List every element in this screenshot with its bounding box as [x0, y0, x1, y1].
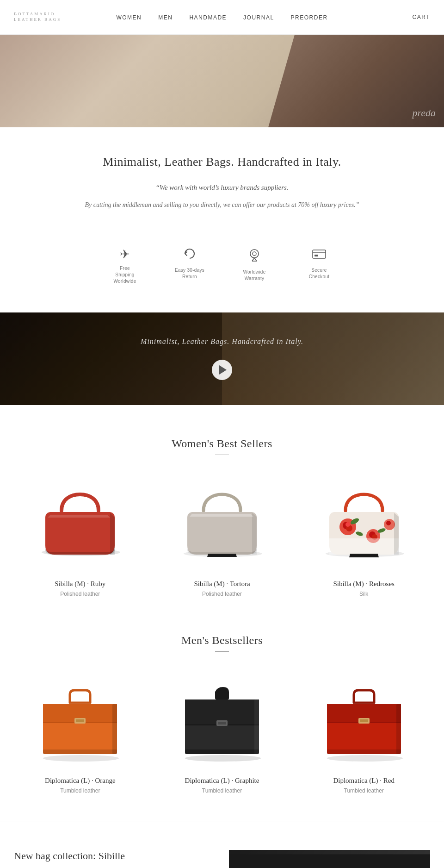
product-material-ruby: Polished leather	[60, 591, 100, 597]
svg-line-3	[254, 258, 257, 261]
product-image-ruby	[14, 478, 147, 571]
preorder-image	[229, 850, 430, 868]
svg-rect-42	[360, 719, 368, 722]
svg-point-14	[345, 522, 350, 527]
checkout-icon	[312, 247, 327, 263]
feature-warranty-label: WorldwideWarranty	[243, 269, 265, 282]
product-name-graphite: Diplomatica (L) · Graphite	[185, 777, 259, 785]
video-content: Minimalist, Leather Bags. Handcrafted in…	[141, 337, 303, 380]
mens-title: Men's Bestsellers	[14, 634, 430, 647]
feature-return-label: Easy 30-daysReturn	[175, 267, 204, 280]
play-button[interactable]	[212, 360, 232, 380]
svg-point-19	[386, 521, 391, 525]
product-image-red	[297, 675, 430, 768]
womens-title: Women's Best Sellers	[14, 437, 430, 450]
product-name-red: Diplomatica (L) · Red	[333, 777, 394, 785]
product-material-graphite: Tumbled leather	[202, 787, 242, 794]
product-image-redroses	[297, 478, 430, 571]
product-image-graphite	[156, 675, 289, 768]
svg-rect-30	[43, 749, 117, 754]
svg-rect-37	[185, 749, 259, 754]
product-name-redroses: Sibilla (M) · Redroses	[333, 580, 395, 588]
product-material-orange: Tumbled leather	[60, 787, 100, 794]
svg-rect-29	[112, 704, 117, 754]
tagline-section: Minimalist, Leather Bags. Handcrafted in…	[0, 127, 444, 229]
svg-point-1	[253, 252, 256, 256]
logo[interactable]: bottamario LEATHER BAGS	[14, 12, 61, 22]
nav-preorder[interactable]: PREORDER	[291, 14, 328, 21]
product-image-orange	[14, 675, 147, 768]
svg-rect-36	[254, 699, 259, 754]
tagline-quote1: “We work with world’s luxury brands supp…	[97, 182, 347, 194]
mens-divider	[215, 651, 229, 652]
return-icon	[182, 247, 197, 263]
tagline-main: Minimalist, Leather Bags. Handcrafted in…	[37, 155, 407, 169]
womens-grid: Sibilla (M) · Ruby Polished leather	[14, 478, 430, 597]
logo-line1: bottamario	[14, 12, 61, 17]
product-material-red: Tumbled leather	[344, 787, 384, 794]
nav-cart[interactable]: CART	[413, 14, 430, 20]
feature-shipping: ✈ FreeShippingWorldwide	[104, 247, 146, 285]
product-diplomatica-graphite[interactable]: Diplomatica (L) · Graphite Tumbled leath…	[156, 675, 289, 794]
svg-rect-45	[229, 855, 430, 868]
hero-banner: preda	[0, 35, 444, 127]
svg-rect-28	[76, 719, 84, 722]
nav-handmade[interactable]: HANDMADE	[189, 14, 227, 21]
svg-rect-43	[396, 704, 401, 754]
logo-line2: LEATHER BAGS	[14, 17, 61, 23]
womens-divider	[215, 455, 229, 455]
hero-watermark: preda	[412, 107, 436, 119]
video-banner: Minimalist, Leather Bags. Handcrafted in…	[0, 312, 444, 405]
feature-return: Easy 30-daysReturn	[169, 247, 210, 285]
product-sibilla-redroses[interactable]: Sibilla (M) · Redroses Silk	[297, 478, 430, 597]
video-banner-text: Minimalist, Leather Bags. Handcrafted in…	[141, 337, 303, 346]
svg-point-0	[250, 250, 259, 258]
mens-grid: Diplomatica (L) · Orange Tumbled leather	[14, 675, 430, 794]
svg-rect-5	[313, 250, 326, 258]
svg-rect-7	[314, 255, 318, 256]
airplane-icon: ✈	[120, 247, 130, 262]
features-bar: ✈ FreeShippingWorldwide Easy 30-daysRetu…	[0, 229, 444, 312]
product-sibilla-tortora[interactable]: Sibilla (M) · Tortora Polished leather	[156, 478, 289, 597]
svg-point-31	[185, 755, 261, 762]
product-image-tortora	[156, 478, 289, 571]
womens-section: Women's Best Sellers	[0, 405, 444, 625]
nav-women[interactable]: WOMEN	[116, 14, 142, 21]
feature-checkout-label: SecureCheckout	[309, 267, 330, 280]
product-name-tortora: Sibilla (M) · Tortora	[194, 580, 250, 588]
product-name-ruby: Sibilla (M) · Ruby	[55, 580, 105, 588]
mens-section: Men's Bestsellers	[0, 625, 444, 822]
tagline-quote2: By cutting the middleman and selling to …	[83, 200, 361, 211]
preorder-section: New bag collection: Sibille Pre-order no…	[0, 822, 444, 868]
product-diplomatica-red[interactable]: Diplomatica (L) · Red Tumbled leather	[297, 675, 430, 794]
product-diplomatica-orange[interactable]: Diplomatica (L) · Orange Tumbled leather	[14, 675, 147, 794]
feature-warranty: WorldwideWarranty	[234, 247, 275, 285]
preorder-title: New bag collection: Sibille	[14, 850, 215, 862]
preorder-text: New bag collection: Sibille Pre-order no…	[14, 850, 229, 868]
svg-rect-35	[218, 722, 226, 724]
warranty-icon	[247, 247, 262, 265]
product-material-redroses: Silk	[359, 591, 368, 597]
nav-men[interactable]: MEN	[158, 14, 173, 21]
product-sibilla-ruby[interactable]: Sibilla (M) · Ruby Polished leather	[14, 478, 147, 597]
nav-links: WOMEN MEN HANDMADE JOURNAL PREORDER	[116, 13, 327, 21]
product-material-tortora: Polished leather	[202, 591, 242, 597]
product-name-orange: Diplomatica (L) · Orange	[45, 777, 115, 785]
feature-checkout: SecureCheckout	[298, 247, 340, 285]
svg-line-2	[252, 258, 254, 261]
svg-rect-44	[327, 749, 401, 754]
navigation: bottamario LEATHER BAGS WOMEN MEN HANDMA…	[0, 0, 444, 35]
svg-point-24	[43, 755, 119, 762]
svg-rect-23	[329, 538, 399, 555]
svg-point-38	[327, 755, 403, 762]
nav-journal[interactable]: JOURNAL	[243, 14, 274, 21]
feature-shipping-label: FreeShippingWorldwide	[113, 265, 136, 285]
